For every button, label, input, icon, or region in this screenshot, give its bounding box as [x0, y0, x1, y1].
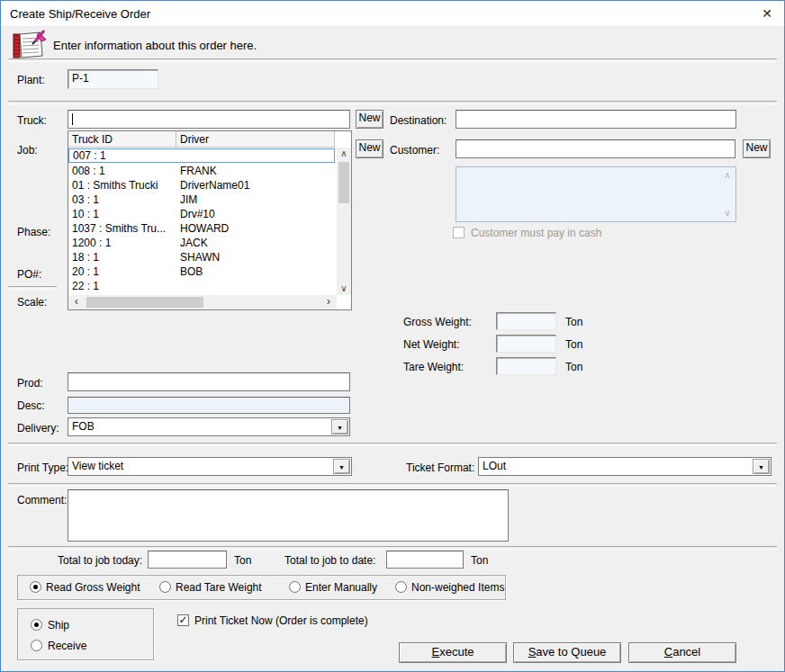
table-row[interactable]: 22 : 1 [68, 279, 335, 293]
execute-button[interactable]: Execute [399, 642, 507, 663]
text-caret [72, 113, 73, 125]
truck-label: Truck: [17, 114, 47, 127]
total-today-label: Total to job today: [58, 554, 142, 567]
chevron-down-icon[interactable]: ▼ [753, 459, 770, 474]
enter-manually-label: Enter Manually [305, 581, 377, 594]
read-tare-weight-label: Read Tare Weight [176, 581, 262, 594]
net-weight-unit: Ton [565, 338, 582, 351]
new-job-button[interactable]: New [356, 139, 383, 158]
phase-label: Phase: [17, 226, 50, 238]
ticket-format-value: LOut [483, 460, 753, 472]
prod-input[interactable] [68, 372, 350, 391]
separator [8, 101, 777, 104]
new-customer-button[interactable]: New [743, 139, 771, 158]
non-weighed-items-label: Non-weighed Items [411, 581, 504, 594]
delivery-value: FOB [72, 420, 331, 433]
plant-field[interactable]: P-1 [68, 69, 158, 89]
scale-label: Scale: [17, 296, 47, 309]
separator [8, 483, 777, 487]
delivery-label: Delivery: [17, 422, 59, 435]
plant-value: P-1 [72, 72, 89, 85]
table-row[interactable]: 007 : 1 [68, 148, 335, 163]
vertical-scrollbar[interactable]: ∧ ∨ [337, 148, 351, 295]
po-label: PO#: [17, 268, 41, 281]
read-tare-weight-radio[interactable] [159, 581, 171, 593]
non-weighed-items-radio[interactable] [395, 581, 407, 593]
total-to-date-input[interactable] [386, 551, 464, 569]
comment-textarea[interactable] [68, 489, 509, 542]
cancel-button[interactable]: Cancel [628, 642, 736, 663]
tare-weight-label: Tare Weight: [403, 361, 464, 373]
table-row[interactable]: 10 : 1Drv#10 [68, 207, 335, 221]
scroll-down-icon[interactable]: ∨ [337, 282, 351, 295]
ship-radio[interactable] [31, 619, 42, 631]
gross-weight-unit: Ton [565, 316, 582, 328]
net-weight-field[interactable] [496, 335, 556, 353]
create-ship-receive-order-dialog: Create Ship/Receive Order ✕ Enter inform… [0, 0, 785, 672]
separator [8, 443, 777, 446]
print-ticket-now-label: Print Ticket Now (Order is complete) [194, 614, 368, 627]
destination-label: Destination: [390, 114, 447, 127]
tare-weight-field[interactable] [496, 357, 556, 375]
gross-weight-label: Gross Weight: [403, 316, 472, 328]
window-title: Create Ship/Receive Order [10, 7, 150, 21]
chevron-down-icon[interactable]: ▼ [333, 459, 350, 474]
horizontal-scroll-thumb[interactable] [86, 297, 203, 308]
horizontal-scrollbar[interactable]: ‹ › [68, 295, 337, 309]
pay-cash-label: Customer must pay in cash [471, 227, 601, 239]
truck-dropdown-list: Truck ID Driver 007 : 1 008 : 1FRANK 01 … [68, 130, 352, 310]
save-to-queue-button[interactable]: Save to Queue [513, 642, 621, 663]
prod-label: Prod: [17, 377, 43, 390]
job-label: Job: [17, 144, 38, 157]
customer-input[interactable] [456, 139, 735, 158]
total-today-unit: Ton [234, 554, 251, 567]
plant-label: Plant: [17, 74, 45, 86]
column-header-driver[interactable]: Driver [176, 131, 335, 148]
scroll-up-icon[interactable]: ∧ [721, 169, 734, 182]
direction-groupbox [17, 608, 154, 660]
print-type-value: View ticket [72, 460, 333, 472]
customer-info-box: ∧ ∨ [456, 166, 736, 222]
vertical-scroll-thumb[interactable] [338, 162, 349, 203]
table-row[interactable]: 01 : Smiths TruckiDriverName01 [68, 178, 335, 193]
table-row[interactable]: 18 : 1SHAWN [68, 250, 335, 264]
pay-cash-checkbox[interactable] [453, 227, 465, 238]
read-gross-weight-radio[interactable] [30, 581, 41, 593]
receive-label: Receive [48, 640, 86, 652]
table-row[interactable]: 03 : 1JIM [68, 193, 335, 207]
tare-weight-unit: Ton [565, 361, 582, 373]
scroll-left-icon[interactable]: ‹ [70, 295, 83, 308]
delivery-combobox[interactable]: FOB ▼ [68, 417, 350, 436]
total-to-date-unit: Ton [471, 554, 488, 567]
print-ticket-now-checkbox[interactable]: ✓ [177, 614, 189, 626]
scroll-right-icon[interactable]: › [322, 295, 335, 308]
titlebar: Create Ship/Receive Order ✕ [1, 1, 784, 27]
ticket-format-combobox[interactable]: LOut ▼ [478, 457, 771, 476]
order-note-icon [12, 29, 48, 61]
print-type-label: Print Type: [17, 461, 68, 474]
table-row[interactable]: 20 : 1BOB [68, 264, 335, 279]
chevron-down-icon[interactable]: ▼ [331, 419, 348, 435]
enter-manually-radio[interactable] [289, 581, 301, 593]
customer-label: Customer: [390, 144, 439, 157]
new-truck-button[interactable]: New [356, 110, 383, 129]
column-header-truck-id[interactable]: Truck ID [68, 131, 176, 148]
scroll-down-icon[interactable]: ∨ [721, 207, 734, 220]
scroll-up-icon[interactable]: ∧ [337, 148, 351, 160]
close-icon[interactable]: ✕ [757, 4, 777, 22]
print-type-combobox[interactable]: View ticket ▼ [68, 457, 352, 476]
table-row[interactable]: 008 : 1FRANK [68, 164, 335, 178]
receive-radio[interactable] [31, 640, 42, 651]
separator [8, 58, 777, 62]
table-row[interactable]: 1200 : 1JACK [68, 236, 335, 250]
destination-input[interactable] [456, 110, 736, 129]
comment-label: Comment: [17, 494, 67, 506]
ticket-format-label: Ticket Format: [406, 461, 474, 474]
table-row[interactable]: 1037 : Smiths Tru...HOWARD [68, 221, 335, 236]
desc-label: Desc: [17, 399, 45, 412]
truck-input[interactable] [68, 110, 350, 129]
ship-label: Ship [48, 619, 69, 632]
total-today-input[interactable] [148, 551, 227, 569]
read-gross-weight-label: Read Gross Weight [46, 581, 140, 594]
gross-weight-field[interactable] [496, 312, 556, 330]
